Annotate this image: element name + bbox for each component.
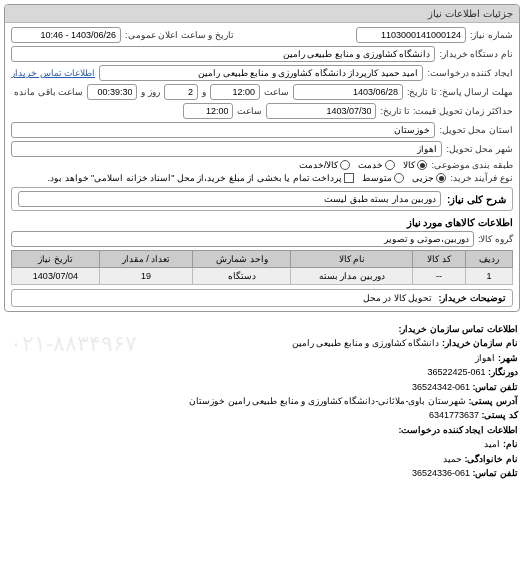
- c-cphone-label: تلفن تماس:: [473, 468, 519, 478]
- c-address: شهرستان باوی-ملاثانی-دانشگاه کشاورزی و م…: [189, 396, 466, 406]
- c-phone-label: تلفن تماس:: [473, 382, 519, 392]
- process-radio-group: جزیی متوسط پرداخت تمام یا بخشی از مبلغ خ…: [48, 173, 447, 183]
- city-input[interactable]: [11, 141, 442, 157]
- radio-kala-label: کالا: [403, 160, 415, 170]
- request-no-label: شماره نیاز:: [470, 30, 513, 40]
- radio-dot-icon: [394, 173, 404, 183]
- radio-motavaset[interactable]: متوسط: [362, 173, 404, 183]
- announce-input[interactable]: [11, 27, 121, 43]
- radio-both-label: کالا/خدمت: [299, 160, 339, 170]
- table-row: 1 -- دوربین مدار بسته دستگاه 19 1403/07/…: [12, 268, 513, 285]
- need-details-panel: جزئیات اطلاعات نیاز شماره نیاز: تاریخ و …: [4, 4, 520, 312]
- td-qty: 19: [99, 268, 192, 285]
- table-header-row: ردیف کد کالا نام کالا واحد شمارش تعداد /…: [12, 251, 513, 268]
- group-label: گروه کالا:: [478, 234, 513, 244]
- remain-label: ساعت باقی مانده: [14, 87, 83, 97]
- c-city-label: شهر:: [498, 353, 518, 363]
- c-fax: 061-36522425: [427, 367, 485, 377]
- process-label: نوع فرآیند خرید:: [450, 173, 513, 183]
- need-label: شرح کلی نیاز:: [447, 194, 506, 205]
- radio-jozi-label: جزیی: [412, 173, 434, 183]
- radio-jozi[interactable]: جزیی: [412, 173, 446, 183]
- goods-table: ردیف کد کالا نام کالا واحد شمارش تعداد /…: [11, 250, 513, 285]
- c-postal-label: کد پستی:: [482, 410, 519, 420]
- province-label: استان محل تحویل:: [439, 125, 513, 135]
- chk-treasury[interactable]: پرداخت تمام یا بخشی از مبلغ خرید،از محل …: [48, 173, 355, 183]
- category-radio-group: کالا خدمت کالا/خدمت: [299, 160, 428, 170]
- deadline-date-input[interactable]: [293, 84, 403, 100]
- radio-dot-icon: [385, 160, 395, 170]
- request-no-input[interactable]: [356, 27, 466, 43]
- need-title-row: شرح کلی نیاز:: [11, 187, 513, 211]
- radio-motavaset-label: متوسط: [362, 173, 392, 183]
- td-idx: 1: [465, 268, 512, 285]
- deadline-label: مهلت ارسال پاسخ: تا تاریخ:: [407, 87, 513, 97]
- radio-kala[interactable]: کالا: [403, 160, 427, 170]
- buyer-org-label: نام دستگاه خریدار:: [439, 49, 513, 59]
- checkbox-icon: [344, 173, 354, 183]
- saat-label-1: ساعت: [264, 87, 289, 97]
- td-unit: دستگاه: [193, 268, 291, 285]
- buyer-note-box: توضیحات خریدار: تحویل کالا در محل: [11, 289, 513, 307]
- creator-label: ایجاد کننده درخواست:: [427, 68, 513, 78]
- radio-khadamat[interactable]: خدمت: [358, 160, 395, 170]
- creator-input[interactable]: [99, 65, 423, 81]
- c-address-label: آدرس پستی:: [469, 396, 519, 406]
- panel-title: جزئیات اطلاعات نیاز: [5, 5, 519, 23]
- radio-both[interactable]: کالا/خدمت: [299, 160, 351, 170]
- city-label: شهر محل تحویل:: [446, 144, 513, 154]
- c-phone: 061-36524342: [412, 382, 470, 392]
- c-cphone: 061-36524336: [412, 468, 470, 478]
- remain-time-input[interactable]: [87, 84, 137, 100]
- contact-title: اطلاعات تماس سازمان خریدار:: [399, 324, 519, 334]
- c-lname: حمید: [443, 454, 462, 464]
- c-fax-label: دورنگار:: [488, 367, 518, 377]
- c-postal: 6341773637: [429, 410, 479, 420]
- panel-body: شماره نیاز: تاریخ و ساعت اعلان عمومی: نا…: [5, 23, 519, 311]
- province-input[interactable]: [11, 122, 435, 138]
- va-label: و: [202, 87, 206, 97]
- th-unit: واحد شمارش: [193, 251, 291, 268]
- saat-label-2: ساعت: [237, 106, 262, 116]
- proc-note-label: پرداخت تمام یا بخشی از مبلغ خرید،از محل …: [48, 173, 343, 183]
- th-idx: ردیف: [465, 251, 512, 268]
- c-org: دانشگاه کشاورزی و منابع طبیعی رامین: [292, 338, 440, 348]
- radio-dot-icon: [417, 160, 427, 170]
- price-date-input[interactable]: [266, 103, 376, 119]
- contact-section: ۰۲۱-۸۸۳۴۹۶۷ اطلاعات تماس سازمان خریدار: …: [0, 316, 524, 486]
- price-time-input[interactable]: [183, 103, 233, 119]
- buyer-note-label: توضیحات خریدار:: [439, 293, 507, 303]
- radio-dot-icon: [340, 160, 350, 170]
- price-label: حداکثر زمان تحویل قیمت: تا تاریخ:: [380, 106, 513, 116]
- c-lname-label: نام خانوادگی:: [465, 454, 519, 464]
- c-creator-title: اطلاعات ایجاد کننده درخواست:: [399, 425, 519, 435]
- group-input[interactable]: [11, 231, 474, 247]
- buyer-note-value: تحویل کالا در محل: [363, 293, 433, 303]
- remain-days-input[interactable]: [164, 84, 198, 100]
- td-date: 1403/07/04: [12, 268, 100, 285]
- deadline-time-input[interactable]: [210, 84, 260, 100]
- th-qty: تعداد / مقدار: [99, 251, 192, 268]
- th-date: تاریخ نیاز: [12, 251, 100, 268]
- c-fname: امید: [484, 439, 500, 449]
- c-fname-label: نام:: [503, 439, 518, 449]
- c-org-label: نام سازمان خریدار:: [442, 338, 518, 348]
- c-city: اهواز: [475, 353, 495, 363]
- need-input[interactable]: [18, 191, 441, 207]
- radio-dot-icon: [436, 173, 446, 183]
- rooz-label: روز و: [141, 87, 160, 97]
- goods-section-title: اطلاعات کالاهای مورد نیاز: [11, 217, 513, 228]
- radio-khadamat-label: خدمت: [358, 160, 383, 170]
- buyer-org-input[interactable]: [11, 46, 435, 62]
- td-code: --: [413, 268, 466, 285]
- td-name: دوربین مدار بسته: [291, 268, 413, 285]
- contact-link[interactable]: اطلاعات تماس خریدار: [11, 68, 95, 78]
- category-label: طبقه بندی موضوعی:: [431, 160, 513, 170]
- announce-label: تاریخ و ساعت اعلان عمومی:: [125, 30, 234, 40]
- th-code: کد کالا: [413, 251, 466, 268]
- th-name: نام کالا: [291, 251, 413, 268]
